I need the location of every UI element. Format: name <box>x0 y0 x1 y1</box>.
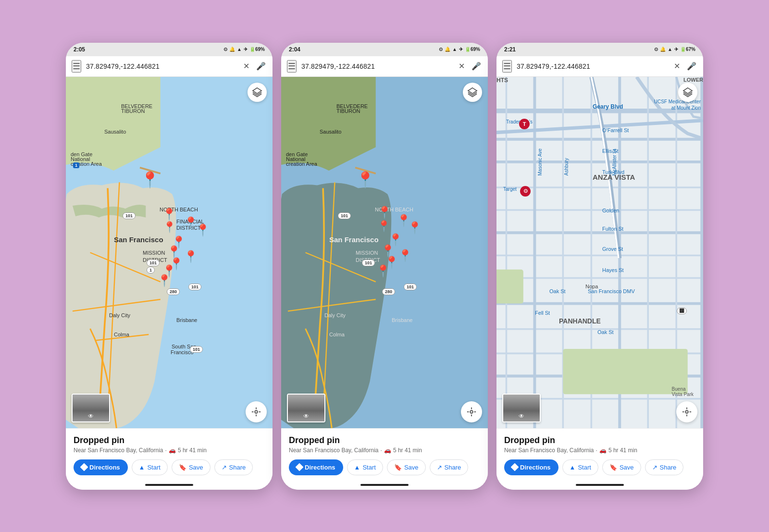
highway-101c-badge: 101 <box>147 260 160 266</box>
save-label-1: Save <box>189 464 203 471</box>
poi-pin-2-6: 📍 <box>398 249 412 262</box>
bell-icon: 🔔 <box>229 47 235 52</box>
start-label-2: Start <box>362 464 375 471</box>
home-bar-2 <box>360 484 409 486</box>
status-icons-1: ⊙ 🔔 ▲ ✈ 🔋69% <box>223 47 265 52</box>
highway-101b-badge: 101 <box>188 284 201 290</box>
clear-button-1[interactable]: ✕ <box>242 61 250 72</box>
pin-title-2: Dropped pin <box>289 435 480 445</box>
drive-time-1: 5 hr 41 min <box>178 447 207 454</box>
directions-button-1[interactable]: Directions <box>74 459 128 475</box>
poi-pin-5: 📍 <box>167 245 181 259</box>
action-row-1: Directions ▲ Start 🔖 Save ↗ Share <box>74 459 265 475</box>
wifi-icon-3: ▲ <box>668 47 672 52</box>
start-button-3[interactable]: ▲ Start <box>562 459 598 475</box>
share-label-2: Share <box>445 464 461 471</box>
share-button-2[interactable]: ↗ Share <box>430 459 469 475</box>
search-coords-3: 37.829479,-122.446821 <box>517 62 668 70</box>
share-icon-1: ↗ <box>222 464 227 471</box>
green-pin-1: 📍 <box>163 221 176 234</box>
menu-button-3[interactable]: ☰ <box>502 60 512 73</box>
location-button-2[interactable] <box>461 401 482 422</box>
map-thumbnail-3[interactable]: 👁 <box>502 394 541 422</box>
bell-icon-3: 🔔 <box>660 47 666 52</box>
dropped-pin-2: 📍 <box>356 171 375 189</box>
battery-icon-3: 🔋67% <box>680 47 695 52</box>
search-coords-1: 37.829479,-122.446821 <box>86 62 237 70</box>
subtitle-text-3: Near San Francisco Bay, California <box>504 447 594 454</box>
time-2: 2:04 <box>289 46 300 53</box>
status-bar-3: 2:21 ⊙ 🔔 ▲ ✈ 🔋67% <box>496 43 703 56</box>
home-indicator-2 <box>281 480 488 490</box>
subtitle-dot-1: · <box>165 447 167 454</box>
mic-button-2[interactable]: 🎤 <box>471 61 482 72</box>
directions-button-2[interactable]: Directions <box>289 459 343 475</box>
directions-diamond-3 <box>511 463 519 471</box>
svg-rect-47 <box>496 269 523 303</box>
start-button-1[interactable]: ▲ Start <box>132 459 168 475</box>
location-icon: ⊙ <box>223 47 227 52</box>
green-pin-2: 📍 <box>377 220 390 233</box>
drive-time-2: 5 hr 41 min <box>393 447 422 454</box>
share-label-1: Share <box>229 464 246 471</box>
poi-pin-2-8: 📍 <box>376 264 390 278</box>
map-area-3[interactable]: Geary Blvd O'Farrell St Ellis St Turk Bl… <box>496 77 703 428</box>
start-icon-3: ▲ <box>570 464 576 471</box>
save-button-2[interactable]: 🔖 Save <box>387 459 426 475</box>
home-bar-1 <box>145 484 193 486</box>
map-area-2[interactable]: BELVEDERE TIBURON Sausalito den Gate Nat… <box>281 77 488 428</box>
status-icons-3: ⊙ 🔔 ▲ ✈ 🔋67% <box>654 47 695 52</box>
thumb-inner-3: 👁 <box>503 395 540 421</box>
map-thumbnail-2[interactable]: 👁 <box>287 394 325 422</box>
battery-icon: 🔋69% <box>249 47 265 52</box>
layer-button-3[interactable] <box>678 83 697 102</box>
search-bar-3: ☰ 37.829479,-122.446821 ✕ 🎤 <box>496 56 703 77</box>
mic-button-3[interactable]: 🎤 <box>686 61 697 72</box>
home-bar-3 <box>576 484 624 486</box>
subtitle-dot-2: · <box>381 447 382 454</box>
location-button-1[interactable] <box>246 401 267 422</box>
home-indicator-1 <box>66 480 273 490</box>
subtitle-text-1: Near San Francisco Bay, California <box>74 447 163 454</box>
poi-pin-2-3: 📍 <box>408 221 422 235</box>
map-thumbnail-1[interactable]: 👁 <box>72 394 110 422</box>
pin-title-3: Dropped pin <box>504 435 695 445</box>
location-button-3[interactable] <box>676 401 697 422</box>
start-label-3: Start <box>578 464 591 471</box>
menu-button-1[interactable]: ☰ <box>72 60 81 73</box>
directions-label-2: Directions <box>305 464 335 471</box>
airplane-icon-3: ✈ <box>674 47 678 52</box>
pin-subtitle-3: Near San Francisco Bay, California · 🚗 5… <box>504 447 695 454</box>
start-button-2[interactable]: ▲ Start <box>347 459 383 475</box>
clear-button-2[interactable]: ✕ <box>458 61 466 72</box>
pin-subtitle-2: Near San Francisco Bay, California · 🚗 5… <box>289 447 480 454</box>
layer-button-2[interactable] <box>463 83 482 102</box>
clear-button-3[interactable]: ✕ <box>673 61 681 72</box>
share-button-3[interactable]: ↗ Share <box>645 459 684 475</box>
directions-diamond-1 <box>80 463 88 471</box>
time-1: 2:05 <box>74 46 85 53</box>
share-button-1[interactable]: ↗ Share <box>214 459 253 475</box>
mic-button-1[interactable]: 🎤 <box>255 61 267 72</box>
save-button-1[interactable]: 🔖 Save <box>172 459 211 475</box>
phone-2: 2:04 ⊙ 🔔 ▲ ✈ 🔋69% ☰ 37.829479,-122.44682… <box>281 43 488 490</box>
directions-button-3[interactable]: Directions <box>504 459 558 475</box>
menu-button-2[interactable]: ☰ <box>287 60 297 73</box>
highway-101c-badge-2: 101 <box>362 260 375 266</box>
time-3: 2:21 <box>504 46 516 53</box>
car-icon-1: 🚗 <box>169 447 176 454</box>
layer-button-1[interactable] <box>248 83 267 102</box>
bottom-panel-3: Dropped pin Near San Francisco Bay, Cali… <box>496 428 703 480</box>
pin-subtitle-1: Near San Francisco Bay, California · 🚗 5… <box>74 447 265 454</box>
save-label-3: Save <box>620 464 634 471</box>
poi-pin-2-1: 📍 <box>377 206 392 219</box>
svg-point-49 <box>685 410 688 413</box>
highway-1b-badge: 1 <box>147 267 155 273</box>
save-button-3[interactable]: 🔖 Save <box>602 459 641 475</box>
directions-label-3: Directions <box>520 464 551 471</box>
map-area-1[interactable]: BELVEDERE TIBURON Sausalito den Gate Nat… <box>66 77 273 428</box>
target-pin: ⊙ <box>520 186 531 197</box>
airplane-icon-2: ✈ <box>459 47 463 52</box>
poi-pin-3: 📍 <box>196 223 210 237</box>
svg-point-7 <box>255 410 258 413</box>
